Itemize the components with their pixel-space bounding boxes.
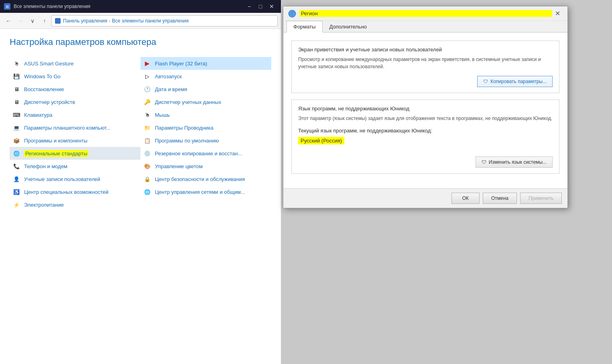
cp-item-label: Дата и время [155,86,187,92]
right-column: ▶ Flash Player (32 бита) ▷ Автозапуск 🕐 … [140,57,271,211]
programs-icon: 📦 [12,136,21,145]
tablet-icon: 💻 [12,123,21,132]
cp-item-keyboard[interactable]: ⌨ Клавиатура [10,108,140,121]
main-window: ⊞ Все элементы панели управления − □ ✕ ←… [0,0,281,364]
credentials-icon: 🔑 [143,98,152,106]
cp-item-label: Электропитание [24,202,64,208]
cp-item-label: Центр управления сетями и общим... [155,189,245,195]
user-accounts-icon: 👤 [12,175,21,183]
cancel-button[interactable]: Отмена [483,193,517,204]
cp-item-recovery[interactable]: 🖥 Восстановление [10,83,140,96]
datetime-icon: 🕐 [143,85,152,94]
cp-item-accessibility[interactable]: ♿ Центр специальных возможностей [10,185,140,198]
cp-item-windows-to-go[interactable]: 💾 Windows To Go [10,70,140,83]
ok-button[interactable]: ОК [451,193,480,204]
cp-item-phone[interactable]: 📞 Телефон и модем [10,160,140,173]
address-sep: › [109,18,110,23]
device-manager-icon: 🖥 [12,98,21,106]
cp-item-label: Windows To Go [24,73,61,79]
cp-item-regional[interactable]: 🌐 Региональные стандарты [10,147,140,160]
dialog-title: Регион [299,10,552,17]
forward-button[interactable]: → [15,16,26,26]
phone-icon: 📞 [12,162,21,171]
maximize-button[interactable]: □ [255,1,266,12]
cp-item-label: Программы по умолчанию [155,138,219,144]
cp-item-tablet[interactable]: 💻 Параметры планшетного компьют... [10,121,140,134]
cp-item-asus[interactable]: 🖱 ASUS Smart Gesture [10,57,140,70]
change-lang-button[interactable]: 🛡 Изменить язык системы... [476,157,553,168]
welcome-section-desc: Просмотр и копирование международных пар… [298,56,553,70]
cp-item-label: Автозапуск [155,73,182,79]
flash-icon: ▶ [143,59,152,68]
address-icon [55,18,61,24]
cp-item-label: Центр безопасности и обслуживания [155,176,245,182]
cp-item-security[interactable]: 🔒 Центр безопасности и обслуживания [140,173,271,185]
cp-item-label: Управление цветом [155,163,203,169]
cp-item-network[interactable]: 🌐 Центр управления сетями и общим... [140,185,271,198]
left-column: 🖱 ASUS Smart Gesture 💾 Windows To Go 🖥 В… [10,57,140,211]
cp-item-label: Резервное копирование и восстан... [155,150,242,157]
cp-item-mouse[interactable]: 🖱 Мышь [140,108,271,121]
current-lang-label: Текущий язык программ, не поддерживающих… [298,128,553,134]
tab-formats[interactable]: Форматы [287,21,323,33]
cp-item-datetime[interactable]: 🕐 Дата и время [140,83,271,96]
cp-item-label: Диспетчер устройств [24,99,75,105]
cp-item-label: Flash Player (32 бита) [155,61,207,67]
cp-item-color[interactable]: 🎨 Управление цветом [140,160,271,173]
minimize-button[interactable]: − [244,1,254,12]
cp-item-label: Параметры Проводника [155,125,213,131]
change-lang-shield-icon: 🛡 [482,159,486,165]
tab-advanced[interactable]: Дополнительно [323,21,374,33]
shield-icon: 🛡 [483,79,488,84]
cp-item-user-accounts[interactable]: 👤 Учетные записи пользователей [10,173,140,185]
backup-icon: 💿 [143,149,152,158]
back-button[interactable]: ← [3,16,14,26]
cp-item-label: Центр специальных возможностей [24,189,108,195]
up-button[interactable]: ↑ [39,16,50,26]
window-title: Все элементы панели управления [14,4,241,9]
address-part-2[interactable]: Все элементы панели управления [112,18,189,24]
copy-params-label: Копировать параметры... [490,79,547,84]
cp-item-label: Учетные записи пользователей [24,176,100,182]
asus-icon: 🖱 [12,59,21,68]
cp-item-label: Диспетчер учетных данных [155,99,221,105]
cp-item-programs[interactable]: 📦 Программы и компоненты [10,134,140,147]
cp-item-backup[interactable]: 💿 Резервное копирование и восстан... [140,147,271,160]
unicode-section-title: Язык программ, не поддерживающих Юникод [298,106,553,112]
address-part-1[interactable]: Панель управления [63,18,107,24]
cp-item-power[interactable]: ⚡ Электропитание [10,198,140,211]
window-controls: − □ ✕ [244,1,277,12]
region-dialog: Регион ✕ Форматы Дополнительно Экран при… [283,6,568,208]
color-icon: 🎨 [143,162,152,171]
cp-item-label: Клавиатура [24,112,52,118]
cp-item-flash[interactable]: ▶ Flash Player (32 бита) [140,57,271,70]
dialog-close-button[interactable]: ✕ [552,8,563,19]
cp-item-autorun[interactable]: ▷ Автозапуск [140,70,271,83]
welcome-section-title: Экран приветствия и учетные записи новых… [298,47,553,53]
copy-params-button[interactable]: 🛡 Копировать параметры... [477,76,553,87]
cp-item-label: Восстановление [24,86,64,92]
cp-item-default-programs[interactable]: 📋 Программы по умолчанию [140,134,271,147]
cp-item-device-manager[interactable]: 🖥 Диспетчер устройств [10,96,140,108]
dialog-overlay: Регион ✕ Форматы Дополнительно Экран при… [279,0,572,364]
autorun-icon: ▷ [143,72,152,81]
apply-button[interactable]: Применить [520,193,562,204]
mouse-icon: 🖱 [143,110,152,119]
address-bar[interactable]: Панель управления › Все элементы панели … [51,15,278,26]
dialog-footer: ОК Отмена Применить [283,188,567,208]
accessibility-icon: ♿ [12,187,21,196]
page-title: Настройка параметров компьютера [10,37,271,47]
unicode-section: Язык программ, не поддерживающих Юникод … [291,100,559,174]
keyboard-icon: ⌨ [12,110,21,119]
title-bar: ⊞ Все элементы панели управления − □ ✕ [0,0,281,13]
dropdown-button[interactable]: ∨ [27,16,38,26]
power-icon: ⚡ [12,200,21,209]
cp-item-explorer[interactable]: 📁 Параметры Проводника [140,121,271,134]
main-close-button[interactable]: ✕ [266,1,277,12]
cp-item-credentials[interactable]: 🔑 Диспетчер учетных данных [140,96,271,108]
dialog-content: Экран приветствия и учетные записи новых… [283,33,567,188]
address-text: Панель управления › Все элементы панели … [63,18,189,24]
default-programs-icon: 📋 [143,136,152,145]
welcome-section: Экран приветствия и учетные записи новых… [291,41,559,93]
dialog-title-bar: Регион ✕ [283,6,567,21]
